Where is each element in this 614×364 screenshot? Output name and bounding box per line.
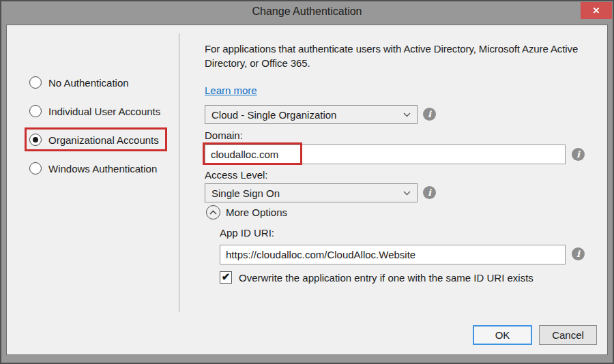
learn-more-link[interactable]: Learn more: [205, 85, 257, 96]
dropdown-value: Cloud - Single Organization: [211, 109, 336, 121]
radio-label: No Authentication: [48, 77, 129, 89]
info-icon[interactable]: i: [423, 186, 436, 199]
info-icon[interactable]: i: [572, 148, 585, 161]
radio-no-authentication[interactable]: No Authentication: [29, 76, 129, 89]
radio-label: Individual User Accounts: [48, 106, 160, 117]
domain-input[interactable]: [205, 145, 566, 164]
vertical-divider: [179, 33, 179, 312]
overwrite-checkbox-label: Overwrite the application entry if one w…: [239, 272, 533, 284]
chevron-down-icon: [403, 112, 411, 117]
radio-icon: [29, 105, 42, 117]
dropdown-value: Single Sign On: [211, 187, 280, 199]
radio-individual-user-accounts[interactable]: Individual User Accounts: [29, 104, 160, 118]
radio-organizational-accounts[interactable]: Organizational Accounts: [29, 133, 159, 147]
domain-label: Domain:: [205, 130, 243, 141]
access-level-label: Access Level:: [205, 169, 268, 181]
info-icon[interactable]: i: [572, 247, 585, 260]
chevron-up-circle-icon: [206, 205, 220, 219]
close-button[interactable]: ✕: [581, 2, 612, 19]
info-icon[interactable]: i: [423, 108, 436, 121]
radio-windows-authentication[interactable]: Windows Authentication: [29, 162, 157, 175]
dialog-title: Change Authentication: [0, 5, 614, 18]
close-icon: ✕: [593, 5, 600, 16]
more-options-expander[interactable]: More Options: [206, 205, 287, 219]
ok-button[interactable]: OK: [473, 325, 532, 345]
access-level-dropdown[interactable]: Single Sign On: [205, 183, 418, 202]
app-id-uri-input[interactable]: [220, 245, 566, 264]
radio-label: Windows Authentication: [48, 163, 157, 175]
overwrite-checkbox[interactable]: ✔: [220, 271, 232, 284]
authentication-type-dropdown[interactable]: Cloud - Single Organization: [205, 105, 418, 124]
radio-icon: [29, 162, 42, 175]
cancel-button[interactable]: Cancel: [539, 325, 597, 345]
cancel-button-label: Cancel: [552, 329, 584, 341]
change-authentication-dialog: Change Authentication ✕ No Authenticatio…: [0, 0, 614, 364]
ok-button-label: OK: [495, 329, 510, 341]
app-id-uri-label: App ID URI:: [220, 227, 274, 239]
checkmark-icon: ✔: [222, 271, 231, 282]
chevron-down-icon: [403, 191, 411, 196]
radio-icon: [29, 76, 42, 89]
radio-selected-icon: [29, 134, 42, 146]
description-text: For applications that authenticate users…: [205, 42, 579, 70]
more-options-label: More Options: [226, 207, 287, 218]
radio-label: Organizational Accounts: [48, 134, 159, 146]
